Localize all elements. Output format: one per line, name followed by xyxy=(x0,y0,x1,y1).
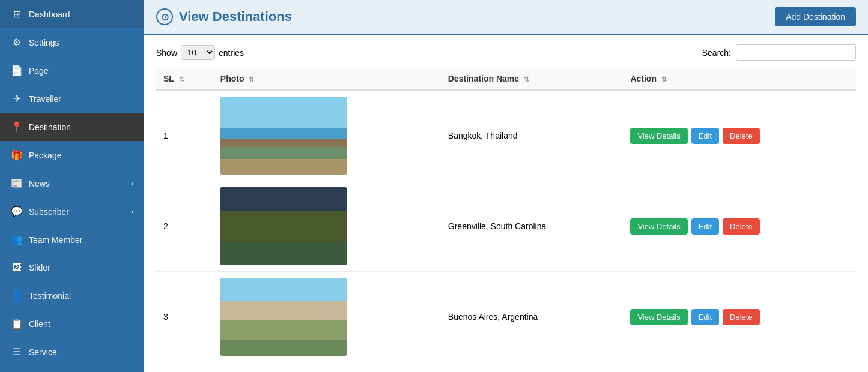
sidebar-item-client[interactable]: 📋 Client xyxy=(0,310,144,338)
edit-button[interactable]: Edit xyxy=(691,128,719,144)
row-action: View Details Edit Delete xyxy=(623,272,856,362)
search-input[interactable] xyxy=(736,44,856,61)
table-row: 2 Greenville, South Carolina View Detail… xyxy=(156,181,856,272)
action-buttons: View Details Edit Delete xyxy=(630,128,849,144)
sidebar-item-payment[interactable]: $ Payment xyxy=(0,366,144,372)
sidebar-item-label: Traveller xyxy=(29,94,61,104)
destination-photo xyxy=(220,97,347,175)
traveller-icon: ✈ xyxy=(11,93,23,104)
row-photo xyxy=(213,181,441,272)
table-row: 1 Bangkok, Thailand View Details Edit De… xyxy=(156,90,856,181)
sidebar-item-news[interactable]: 📰 News › xyxy=(0,169,144,197)
sort-icon: ⇅ xyxy=(249,76,254,83)
page-header: ⊙ View Destinations Add Destination xyxy=(144,0,868,35)
destinations-table: SL ⇅ Photo ⇅ Destination Name ⇅ Action ⇅ xyxy=(156,68,856,362)
service-icon: ☰ xyxy=(11,346,23,358)
destination-icon: 📍 xyxy=(11,121,23,133)
show-label: Show xyxy=(156,48,177,58)
delete-button[interactable]: Delete xyxy=(723,309,760,325)
sidebar-item-label: Page xyxy=(29,66,49,76)
sidebar-item-traveller[interactable]: ✈ Traveller xyxy=(0,85,144,113)
col-action: Action ⇅ xyxy=(623,68,856,90)
entries-select[interactable]: 10 25 50 100 xyxy=(181,45,215,60)
slider-icon: 🖼 xyxy=(11,262,23,273)
sidebar-item-label: Dashboard xyxy=(29,10,70,19)
package-icon: 🎁 xyxy=(11,149,23,161)
chevron-right-icon: › xyxy=(131,208,133,216)
sidebar-item-label: Subscriber xyxy=(29,207,69,217)
destination-photo xyxy=(220,187,347,265)
row-sl: 2 xyxy=(156,181,213,272)
sidebar-item-label: Package xyxy=(29,151,61,160)
sidebar-item-label: Testimonial xyxy=(29,291,71,301)
table-controls: Show 10 25 50 100 entries Search: xyxy=(156,44,856,61)
entries-label: entries xyxy=(219,48,244,58)
sidebar-item-subscriber[interactable]: 💬 Subscriber › xyxy=(0,197,144,226)
delete-button[interactable]: Delete xyxy=(723,218,760,235)
subscriber-icon: 💬 xyxy=(11,206,23,217)
sidebar-item-label: News xyxy=(29,179,50,188)
sidebar-item-label: Destination xyxy=(29,122,71,132)
news-icon: 📰 xyxy=(11,178,23,189)
sidebar-item-testimonial[interactable]: 👤 Testimonial xyxy=(0,281,144,310)
sidebar-item-label: Client xyxy=(29,319,50,329)
page-title: ⊙ View Destinations xyxy=(156,8,292,25)
main-content: ⊙ View Destinations Add Destination Show… xyxy=(144,0,868,372)
row-destination-name: Buenos Aires, Argentina xyxy=(441,272,624,362)
dashboard-icon: ⊞ xyxy=(11,8,23,20)
destination-photo xyxy=(220,278,347,356)
team-icon: 👥 xyxy=(11,234,23,245)
sidebar-item-label: Slider xyxy=(29,263,50,272)
action-buttons: View Details Edit Delete xyxy=(630,309,849,325)
row-destination-name: Greenville, South Carolina xyxy=(441,181,624,272)
row-destination-name: Bangkok, Thailand xyxy=(441,90,624,181)
page-title-text: View Destinations xyxy=(179,9,292,25)
table-row: 3 Buenos Aires, Argentina View Details E… xyxy=(156,272,856,362)
edit-button[interactable]: Edit xyxy=(691,218,719,235)
sort-icon: ⇅ xyxy=(524,76,529,83)
sidebar-item-label: Team Member xyxy=(29,235,82,245)
row-photo xyxy=(213,90,441,181)
chevron-right-icon: › xyxy=(131,179,133,188)
sidebar-item-label: Service xyxy=(29,347,57,357)
col-photo: Photo ⇅ xyxy=(213,68,441,90)
sidebar-item-team-member[interactable]: 👥 Team Member xyxy=(0,226,144,254)
sidebar-item-service[interactable]: ☰ Service xyxy=(0,338,144,366)
row-action: View Details Edit Delete xyxy=(623,90,856,181)
table-header-row: SL ⇅ Photo ⇅ Destination Name ⇅ Action ⇅ xyxy=(156,68,856,90)
show-entries-control: Show 10 25 50 100 entries xyxy=(156,45,244,60)
view-details-button[interactable]: View Details xyxy=(630,128,687,144)
delete-button[interactable]: Delete xyxy=(723,128,760,144)
sort-icon: ⇅ xyxy=(179,76,184,83)
client-icon: 📋 xyxy=(11,318,23,329)
view-details-button[interactable]: View Details xyxy=(630,218,687,235)
action-buttons: View Details Edit Delete xyxy=(630,218,849,235)
edit-button[interactable]: Edit xyxy=(691,309,719,325)
sidebar-item-settings[interactable]: ⚙ Settings xyxy=(0,28,144,56)
sort-icon: ⇅ xyxy=(661,76,667,83)
content-area: Show 10 25 50 100 entries Search: SL xyxy=(144,35,868,372)
sidebar-item-dashboard[interactable]: ⊞ Dashboard xyxy=(0,0,144,28)
testimonial-icon: 👤 xyxy=(11,290,23,301)
col-destination-name: Destination Name ⇅ xyxy=(441,68,624,90)
add-destination-button[interactable]: Add Destination xyxy=(775,7,856,26)
row-sl: 3 xyxy=(156,272,213,362)
view-details-button[interactable]: View Details xyxy=(630,309,687,325)
title-icon: ⊙ xyxy=(156,8,173,25)
settings-icon: ⚙ xyxy=(11,37,23,48)
row-sl: 1 xyxy=(156,90,213,181)
row-photo xyxy=(213,272,441,362)
page-icon: 📄 xyxy=(11,65,23,76)
search-label: Search: xyxy=(702,48,731,58)
row-action: View Details Edit Delete xyxy=(623,181,856,272)
col-sl: SL ⇅ xyxy=(156,68,213,90)
sidebar-item-package[interactable]: 🎁 Package xyxy=(0,141,144,169)
sidebar-item-label: Settings xyxy=(29,38,59,47)
sidebar-item-page[interactable]: 📄 Page xyxy=(0,56,144,85)
sidebar-item-slider[interactable]: 🖼 Slider xyxy=(0,254,144,281)
sidebar: ⊞ Dashboard ⚙ Settings 📄 Page ✈ Travelle… xyxy=(0,0,144,372)
sidebar-item-destination[interactable]: 📍 Destination xyxy=(0,113,144,141)
search-control: Search: xyxy=(702,44,856,61)
